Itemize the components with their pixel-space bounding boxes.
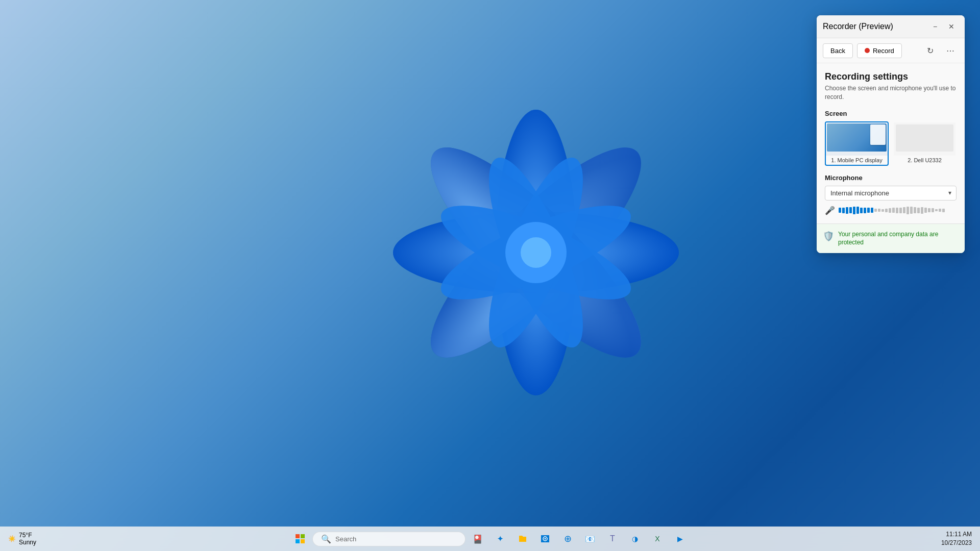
audio-bar-14 [889, 208, 891, 213]
microphone-select[interactable]: Internal microphone External microphone … [825, 186, 957, 201]
audio-bar-10 [874, 209, 877, 212]
settings-subtitle: Choose the screen and microphone you'll … [825, 84, 957, 102]
weather-icon: ☀️ [8, 535, 16, 542]
taskbar-app-explorer[interactable] [535, 529, 555, 549]
audio-level: 🎤 [825, 206, 957, 215]
audio-bar-22 [917, 208, 920, 213]
taskbar-app-viva[interactable]: ◑ [625, 529, 645, 549]
audio-bar-27 [935, 209, 938, 211]
svg-point-23 [545, 538, 546, 540]
audio-bar-0 [839, 208, 841, 213]
privacy-notice: 🛡️ Your personal and company data are pr… [817, 223, 965, 254]
audio-bar-17 [899, 208, 902, 213]
audio-bar-11 [878, 209, 880, 212]
recorder-window: Recorder (Preview) − ✕ Back Record ↻ ⋯ R… [817, 15, 965, 253]
taskbar-app-files[interactable] [512, 529, 533, 549]
svg-rect-21 [301, 539, 305, 543]
audio-bar-9 [871, 208, 873, 213]
audio-bar-25 [928, 208, 930, 212]
settings-title: Recording settings [825, 71, 957, 82]
taskbar-right: 11:11 AM 10/27/2023 [941, 530, 972, 547]
back-button[interactable]: Back [823, 43, 853, 58]
screen-preview-1 [826, 122, 888, 156]
close-button[interactable]: ✕ [944, 19, 959, 34]
titlebar-controls: − ✕ [928, 19, 959, 34]
screen-preview-2 [894, 122, 955, 156]
taskbar-app-teams[interactable]: T [602, 529, 623, 549]
screen-label-1: 1. Mobile PC display [826, 156, 888, 165]
screen-label-2: 2. Dell U2332 [894, 156, 955, 165]
audio-bars [839, 207, 945, 214]
audio-bar-15 [892, 208, 895, 213]
audio-bar-8 [867, 208, 870, 213]
taskbar-left: ☀️ 75°F Sunny [8, 532, 36, 546]
taskbar-app-arrow[interactable]: ▶ [670, 529, 690, 549]
audio-bar-20 [910, 207, 913, 214]
clock-date: 10/27/2023 [941, 539, 972, 547]
taskbar-center: 🔍 Search 🎴 ✦ ⊕ 📧 T ◑ X [290, 529, 690, 549]
audio-bar-29 [942, 209, 945, 212]
screen-options: 1. Mobile PC display 2. Dell U2332 [825, 121, 957, 166]
clock-area[interactable]: 11:11 AM 10/27/2023 [941, 530, 972, 547]
audio-bar-13 [885, 209, 888, 212]
audio-bar-6 [860, 208, 863, 213]
search-text: Search [335, 535, 356, 543]
taskbar-app-excel[interactable]: X [647, 529, 668, 549]
minimize-button[interactable]: − [928, 19, 942, 34]
audio-bar-18 [903, 207, 905, 213]
privacy-text: Your personal and company data are prote… [838, 230, 959, 247]
refresh-button[interactable]: ↻ [922, 42, 938, 59]
taskbar-app-edge[interactable]: ⊕ [557, 529, 578, 549]
audio-bar-26 [932, 208, 934, 212]
audio-bar-5 [856, 207, 859, 214]
search-bar[interactable]: 🔍 Search [312, 532, 465, 546]
record-button[interactable]: Record [857, 43, 902, 58]
record-dot-icon [865, 48, 870, 53]
microphone-icon: 🎤 [825, 206, 835, 215]
microphone-dropdown-wrapper: Internal microphone External microphone … [825, 186, 957, 201]
weather-widget[interactable]: ☀️ 75°F Sunny [8, 532, 36, 546]
weather-condition: Sunny [19, 539, 36, 546]
svg-rect-18 [296, 534, 300, 538]
taskbar: ☀️ 75°F Sunny 🔍 Search [0, 527, 980, 551]
audio-bar-2 [846, 207, 848, 214]
desktop-bloom [306, 23, 766, 482]
microphone-section-label: Microphone [825, 174, 957, 182]
screen-option-1[interactable]: 1. Mobile PC display [825, 121, 889, 166]
audio-bar-1 [842, 208, 845, 213]
more-options-button[interactable]: ⋯ [942, 42, 959, 59]
shield-icon: 🛡️ [823, 231, 834, 242]
svg-rect-19 [301, 534, 305, 538]
screen-option-2[interactable]: 2. Dell U2332 [893, 121, 957, 166]
search-icon: 🔍 [321, 534, 331, 544]
audio-bar-7 [864, 208, 866, 213]
audio-bar-21 [914, 207, 916, 213]
taskbar-app-outlook[interactable]: 📧 [580, 529, 600, 549]
desktop: Recorder (Preview) − ✕ Back Record ↻ ⋯ R… [0, 0, 980, 551]
taskbar-app-copilot[interactable]: ✦ [490, 529, 510, 549]
recorder-titlebar: Recorder (Preview) − ✕ [817, 15, 965, 38]
svg-point-17 [521, 237, 551, 268]
clock-time: 11:11 AM [941, 530, 972, 539]
screen-section-label: Screen [825, 110, 957, 117]
audio-bar-28 [939, 209, 941, 212]
audio-bar-23 [921, 207, 923, 214]
weather-info: 75°F Sunny [19, 532, 36, 546]
audio-bar-16 [896, 208, 898, 213]
recorder-title: Recorder (Preview) [823, 22, 893, 31]
audio-bar-3 [849, 207, 852, 213]
audio-bar-4 [853, 207, 855, 214]
audio-bar-24 [924, 208, 927, 213]
svg-rect-20 [296, 539, 300, 543]
recorder-content: Recording settings Choose the screen and… [817, 63, 965, 253]
weather-temp: 75°F [19, 532, 36, 539]
taskbar-app-photo[interactable]: 🎴 [468, 529, 488, 549]
audio-bar-12 [881, 209, 884, 212]
start-button[interactable] [290, 529, 310, 549]
recorder-toolbar: Back Record ↻ ⋯ [817, 38, 965, 63]
audio-bar-19 [906, 207, 909, 214]
